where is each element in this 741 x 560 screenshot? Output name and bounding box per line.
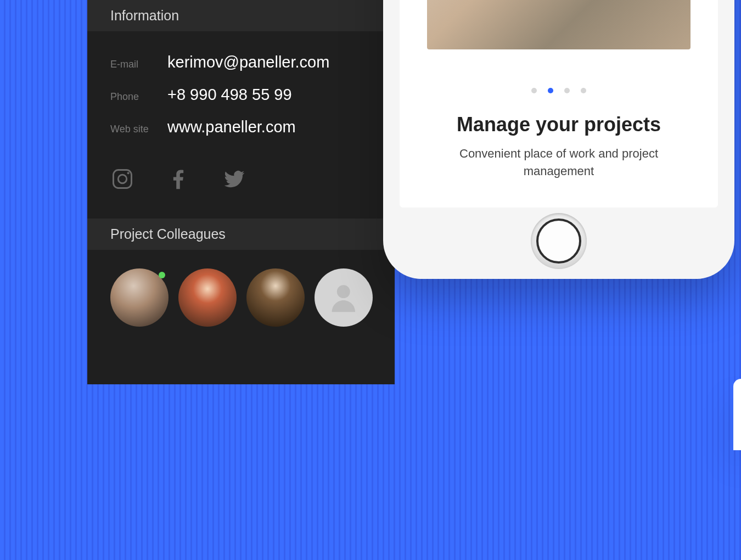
twitter-icon[interactable] <box>222 167 246 191</box>
home-button-ring-icon <box>536 219 581 264</box>
page-dot[interactable] <box>531 88 537 93</box>
information-header: Information <box>87 0 395 31</box>
website-label: Web site <box>110 124 167 135</box>
presence-online-icon <box>159 272 165 278</box>
social-row <box>110 167 373 191</box>
colleagues-body <box>87 250 395 349</box>
email-value[interactable]: kerimov@paneller.com <box>167 53 329 71</box>
phone-label: Phone <box>110 91 167 103</box>
colleague-avatar[interactable] <box>178 268 237 327</box>
website-value[interactable]: www.paneller.com <box>167 118 296 136</box>
onboarding-subtitle: Convenient place of work and project man… <box>400 145 718 208</box>
phone-screen: Manage your projects Convenient place of… <box>400 0 718 208</box>
svg-point-3 <box>337 285 350 298</box>
page-dot-active[interactable] <box>548 88 553 93</box>
phone-value[interactable]: +8 990 498 55 99 <box>167 86 292 104</box>
svg-point-2 <box>127 172 130 174</box>
onboarding-title: Manage your projects <box>400 113 718 136</box>
info-row-website: Web site www.paneller.com <box>110 118 373 136</box>
page-dot[interactable] <box>581 88 586 93</box>
person-icon <box>326 280 361 315</box>
phone-mockup: Manage your projects Convenient place of… <box>383 0 734 279</box>
facebook-icon[interactable] <box>166 167 190 191</box>
profile-card: Information E-mail kerimov@paneller.com … <box>87 0 395 384</box>
onboarding-image <box>427 0 691 49</box>
colleague-avatar-placeholder[interactable] <box>315 268 373 327</box>
home-button[interactable] <box>531 213 587 269</box>
info-row-email: E-mail kerimov@paneller.com <box>110 53 373 71</box>
email-label: E-mail <box>110 59 167 70</box>
colleagues-header: Project Colleagues <box>87 219 395 250</box>
information-body: E-mail kerimov@paneller.com Phone +8 990… <box>87 31 395 219</box>
info-row-phone: Phone +8 990 498 55 99 <box>110 86 373 104</box>
page-indicator <box>400 88 718 93</box>
partial-phone-peek <box>733 379 741 450</box>
page-dot[interactable] <box>564 88 570 93</box>
colleague-avatar[interactable] <box>110 268 169 327</box>
instagram-icon[interactable] <box>110 167 134 191</box>
svg-point-1 <box>118 175 126 183</box>
colleague-avatar[interactable] <box>246 268 305 327</box>
